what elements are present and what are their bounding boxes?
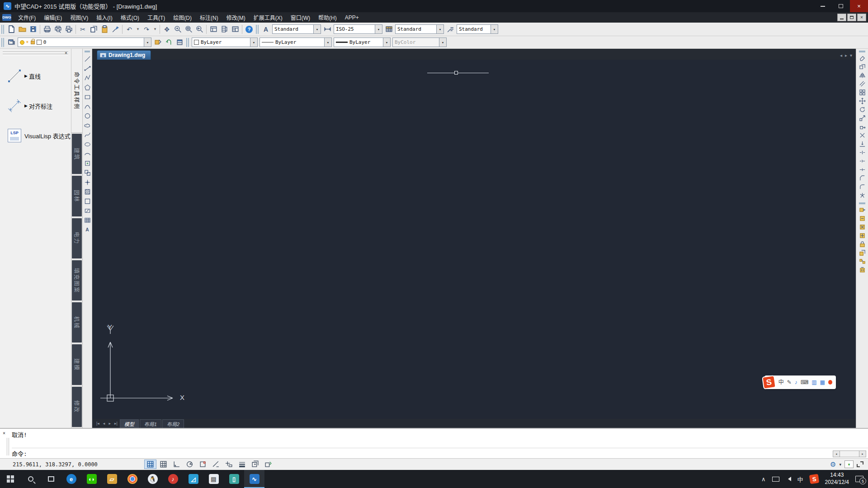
taskbar-app-wechat[interactable]: ◖◗ xyxy=(81,470,102,488)
menu-express-tools[interactable]: 扩展工具(X) xyxy=(250,12,287,23)
sogou-ime-toolbar[interactable]: S 中 ✎ ♪ ⌨ ▥ ▦ xyxy=(764,375,836,389)
gradient-icon[interactable] xyxy=(83,197,92,206)
otrack-toggle[interactable] xyxy=(210,460,222,469)
mirror-icon[interactable] xyxy=(858,71,867,80)
last-layout-icon[interactable]: ▸| xyxy=(113,421,119,426)
notification-center-icon[interactable]: 5 xyxy=(855,476,863,482)
palette-tab-landscape[interactable]: 园林 xyxy=(72,176,82,216)
menu-modify[interactable]: 修改(M) xyxy=(222,12,250,23)
new-file-icon[interactable] xyxy=(6,24,16,34)
maximize-button[interactable] xyxy=(832,0,850,12)
handwriting-icon[interactable]: ✎ xyxy=(787,380,792,385)
voice-input-icon[interactable]: ♪ xyxy=(795,380,797,385)
menu-format[interactable]: 格式(O) xyxy=(117,12,143,23)
line-entity[interactable] xyxy=(427,73,489,73)
taskbar-app-edge[interactable]: e xyxy=(61,470,81,488)
dyn-toggle[interactable] xyxy=(223,460,235,469)
menu-dimension[interactable]: 标注(N) xyxy=(196,12,222,23)
toolbar-grip[interactable] xyxy=(186,38,189,47)
print-icon[interactable] xyxy=(42,24,52,34)
command-prompt[interactable]: 命令: xyxy=(12,449,27,458)
search-button[interactable] xyxy=(20,470,41,488)
make-block-icon[interactable] xyxy=(83,169,92,177)
layer-match-icon[interactable] xyxy=(858,206,867,214)
tray-expand-icon[interactable]: ∧ xyxy=(761,476,766,483)
revision-cloud-icon[interactable] xyxy=(83,121,92,130)
layer-thaw-icon[interactable]: ☀ xyxy=(26,40,29,45)
layer-walk-icon[interactable] xyxy=(858,249,867,257)
move-icon[interactable] xyxy=(858,97,867,105)
palette-item-aligned-dim[interactable]: ▶ 对齐标注 xyxy=(5,97,71,115)
drawing-canvas[interactable]: Y X S 中 ✎ ♪ ⌨ ▥ ▦ xyxy=(92,60,856,419)
taskbar-app-qq[interactable]: 🐧 xyxy=(142,470,163,488)
toolbar-grip[interactable] xyxy=(1,38,4,47)
model-paper-toggle[interactable] xyxy=(249,460,261,469)
taskbar-app-zwcad[interactable]: ∿ xyxy=(244,470,264,488)
first-layout-icon[interactable]: |◂ xyxy=(95,421,101,426)
command-line-panel[interactable]: × 取消! 命令: ◂ ▸ xyxy=(0,428,868,458)
ellipse-icon[interactable] xyxy=(83,140,92,149)
layer-combo[interactable]: ☀ 0 ▾ xyxy=(18,38,151,47)
ortho-toggle[interactable] xyxy=(170,460,183,469)
next-layout-icon[interactable]: ▸ xyxy=(107,421,112,426)
tab-model[interactable]: 模型 xyxy=(120,419,139,428)
redo-dropdown-icon[interactable]: ▾ xyxy=(152,24,158,34)
offset-icon[interactable] xyxy=(858,80,867,88)
start-button[interactable] xyxy=(0,470,20,488)
rotate-icon[interactable] xyxy=(858,105,867,114)
prev-layout-icon[interactable]: ◂ xyxy=(102,421,107,426)
pan-icon[interactable]: ✥ xyxy=(162,24,172,34)
taskbar-app-chrome[interactable] xyxy=(122,470,142,488)
palette-item-line[interactable]: ▶ 直线 xyxy=(5,67,71,85)
lineweight-combo[interactable]: ByLayer ▾ xyxy=(334,38,391,47)
hatch-icon[interactable] xyxy=(83,188,92,196)
toolbox-icon[interactable]: ▦ xyxy=(820,380,825,385)
layer-states-icon[interactable] xyxy=(175,38,184,47)
toolbar-grip[interactable] xyxy=(859,51,865,52)
palette-tab-active[interactable]: 命令工具样例 xyxy=(71,49,82,133)
tab-scroll-left-icon[interactable]: ◂ xyxy=(840,53,842,58)
color-combo[interactable]: ByLayer ▾ xyxy=(192,38,258,47)
palette-tab-electric[interactable]: 电力 xyxy=(72,218,82,258)
print-preview-icon[interactable] xyxy=(53,24,63,34)
rectangle-icon[interactable] xyxy=(83,93,92,101)
zoom-window-icon[interactable] xyxy=(184,24,193,34)
tab-layout2[interactable]: 布局2 xyxy=(162,419,184,428)
command-grip[interactable] xyxy=(7,438,9,455)
text-style-combo[interactable]: Standard▾ xyxy=(272,24,321,34)
menu-window[interactable]: 窗口(W) xyxy=(287,12,314,23)
multiline-text-icon[interactable]: A xyxy=(83,225,92,234)
soft-keyboard-icon[interactable]: ⌨ xyxy=(801,380,808,385)
insert-block-icon[interactable] xyxy=(83,159,92,168)
break-at-point-icon[interactable] xyxy=(858,148,867,157)
layer-color-swatch[interactable] xyxy=(37,40,42,45)
erase-icon[interactable] xyxy=(858,54,867,62)
sogou-logo-icon[interactable]: S xyxy=(762,375,776,389)
snap-toggle[interactable] xyxy=(144,460,156,469)
menu-app-plus[interactable]: APP+ xyxy=(341,13,363,22)
polygon-icon[interactable] xyxy=(83,83,92,92)
sogou-tray-icon[interactable]: S xyxy=(809,474,819,484)
chamfer-icon[interactable] xyxy=(858,174,867,183)
minimize-button[interactable] xyxy=(814,0,832,12)
menu-draw[interactable]: 绘图(D) xyxy=(169,12,196,23)
layer-isolate-icon[interactable] xyxy=(858,214,867,223)
point-icon[interactable] xyxy=(83,178,92,187)
mdi-restore-button[interactable] xyxy=(847,14,856,21)
annotation-scale-toggle[interactable] xyxy=(262,460,274,469)
tab-scroll-right-icon[interactable]: ▸ xyxy=(845,53,847,58)
task-view-button[interactable] xyxy=(41,470,61,488)
palette-tab-mechanical[interactable]: 机械 xyxy=(72,302,82,343)
fullscreen-icon[interactable] xyxy=(857,461,863,467)
cut-icon[interactable]: ✂ xyxy=(78,24,88,34)
layer-delete-icon[interactable] xyxy=(858,266,867,274)
tool-palettes-icon[interactable] xyxy=(219,24,229,34)
mdi-minimize-button[interactable] xyxy=(837,14,846,21)
paste-icon[interactable] xyxy=(99,24,109,34)
save-icon[interactable] xyxy=(28,24,38,34)
speaker-icon[interactable] xyxy=(786,477,791,481)
arc-icon[interactable] xyxy=(83,102,92,111)
palette-tab-modify[interactable]: 修改 xyxy=(72,387,82,427)
linetype-combo[interactable]: ByLayer ▾ xyxy=(259,38,332,47)
menu-tools[interactable]: 工具(T) xyxy=(143,12,169,23)
